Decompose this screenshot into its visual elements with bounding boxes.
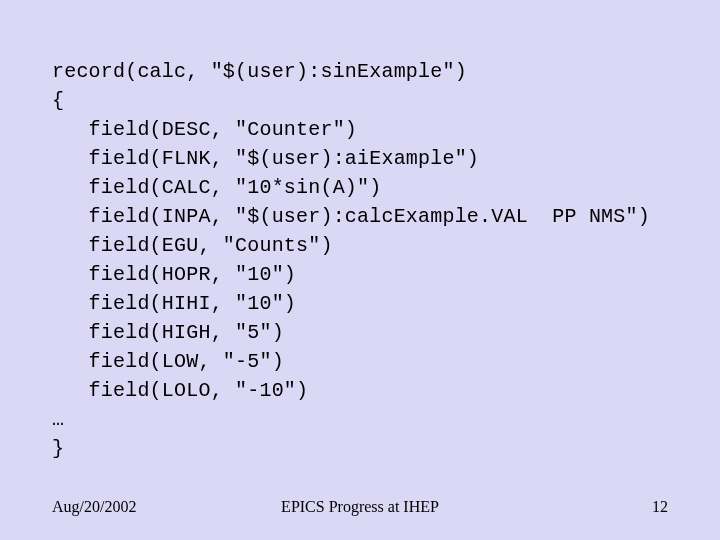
code-line: field(HIHI, "10") [52, 292, 296, 315]
code-line: field(INPA, "$(user):calcExample.VAL PP … [52, 205, 650, 228]
code-line: { [52, 89, 64, 112]
code-line: field(EGU, "Counts") [52, 234, 333, 257]
code-line: … [52, 408, 64, 431]
code-line: field(FLNK, "$(user):aiExample") [52, 147, 479, 170]
code-line: field(HOPR, "10") [52, 263, 296, 286]
slide: record(calc, "$(user):sinExample") { fie… [0, 0, 720, 540]
code-line: field(LOLO, "-10") [52, 379, 308, 402]
footer-page-number: 12 [652, 498, 668, 516]
code-line: field(LOW, "-5") [52, 350, 284, 373]
code-line: field(CALC, "10*sin(A)") [52, 176, 381, 199]
code-line: record(calc, "$(user):sinExample") [52, 60, 467, 83]
code-line: } [52, 437, 64, 460]
footer-title: EPICS Progress at IHEP [0, 498, 720, 516]
code-line: field(DESC, "Counter") [52, 118, 357, 141]
code-block: record(calc, "$(user):sinExample") { fie… [52, 28, 650, 463]
code-line: field(HIGH, "5") [52, 321, 284, 344]
